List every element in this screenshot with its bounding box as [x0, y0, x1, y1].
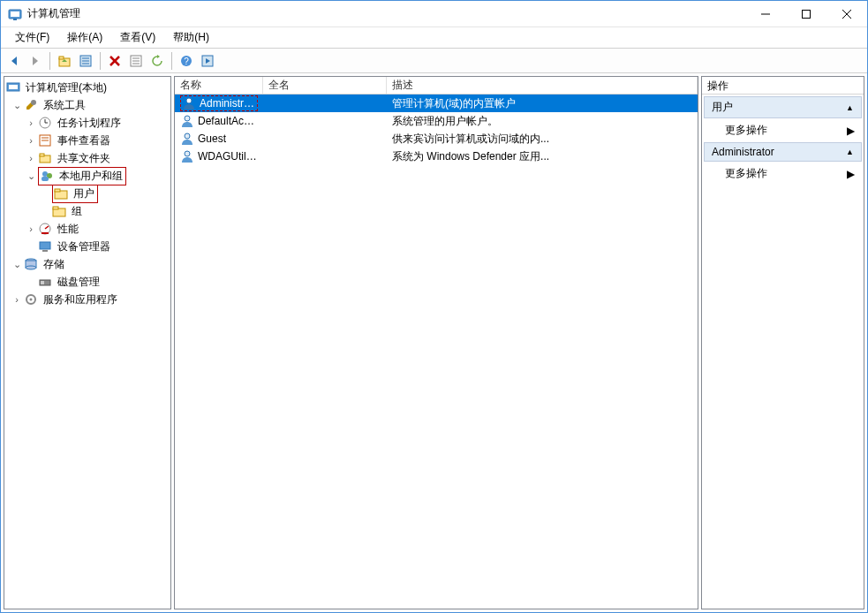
- list-rows[interactable]: Administrat... 管理计算机(域)的内置帐户 DefaultAcc.…: [175, 95, 698, 609]
- svg-rect-48: [40, 242, 50, 249]
- svg-rect-37: [40, 154, 44, 156]
- event-icon: [38, 133, 52, 148]
- disk-icon: [38, 275, 52, 289]
- user-row-administrator[interactable]: Administrat... 管理计算机(域)的内置帐户: [175, 95, 698, 112]
- list-header: 名称 全名 描述: [175, 77, 698, 95]
- tree-services-apps[interactable]: ›服务和应用程序: [6, 291, 169, 308]
- user-row-defaultaccount[interactable]: DefaultAcc... 系统管理的用户帐户。: [175, 112, 698, 130]
- svg-point-60: [185, 151, 190, 156]
- window-controls: [745, 1, 867, 26]
- properties-button[interactable]: [76, 51, 95, 71]
- tree-performance[interactable]: ›性能: [6, 220, 169, 238]
- tree-groups[interactable]: 组: [6, 202, 169, 220]
- separator: [171, 52, 172, 70]
- column-fullname[interactable]: 全名: [263, 77, 387, 94]
- actions-body: 用户 ▲ 更多操作 ▶ Administrator ▲ 更多操作 ▶: [702, 95, 864, 609]
- tree-task-scheduler[interactable]: ›任务计划程序: [6, 114, 169, 132]
- tree-label: 共享文件夹: [56, 150, 112, 167]
- action-more-users[interactable]: 更多操作 ▶: [704, 120, 862, 140]
- back-button[interactable]: [4, 51, 24, 71]
- expand-icon[interactable]: ›: [24, 151, 38, 165]
- svg-point-57: [186, 98, 192, 103]
- minimize-button[interactable]: [745, 1, 786, 26]
- menu-view[interactable]: 查看(V): [111, 27, 164, 48]
- computer-management-window: 计算机管理 文件(F) 操作(A) 查看(V) 帮助(H) ?: [0, 0, 868, 613]
- options-button[interactable]: [126, 51, 146, 71]
- action-link-label: 更多操作: [725, 123, 767, 138]
- tree-label: 系统工具: [42, 97, 87, 114]
- user-description: 系统为 Windows Defender 应用...: [392, 149, 549, 164]
- user-name: Guest: [198, 132, 226, 145]
- collapse-icon: ▲: [846, 148, 854, 156]
- user-icon: [180, 132, 194, 146]
- tree-label: 设备管理器: [56, 238, 112, 255]
- svg-rect-44: [53, 207, 58, 209]
- expand-icon[interactable]: ›: [10, 292, 24, 306]
- tree-event-viewer[interactable]: ›事件查看器: [6, 132, 169, 149]
- menu-help[interactable]: 帮助(H): [164, 27, 218, 48]
- forward-button[interactable]: [26, 51, 45, 71]
- svg-marker-22: [157, 55, 160, 58]
- shared-folder-icon: [38, 151, 52, 165]
- tree-users[interactable]: 用户: [6, 185, 169, 202]
- toolbar: ?: [1, 49, 867, 73]
- expand-icon[interactable]: ⌄: [24, 169, 38, 183]
- svg-rect-54: [41, 281, 44, 284]
- computer-management-icon: [6, 80, 20, 95]
- tree-shared-folders[interactable]: ›共享文件夹: [6, 149, 169, 167]
- list-panel: 名称 全名 描述 Administrat... 管理计算机(域)的内置帐户: [174, 76, 698, 609]
- action-link-label: 更多操作: [725, 166, 767, 181]
- tree-local-users-groups[interactable]: ⌄ 本地用户和组: [6, 167, 169, 185]
- expand-icon[interactable]: ›: [24, 222, 38, 236]
- refresh-button[interactable]: [147, 51, 167, 71]
- svg-rect-49: [42, 250, 48, 252]
- menu-file[interactable]: 文件(F): [6, 27, 58, 48]
- device-manager-icon: [38, 239, 52, 254]
- up-button[interactable]: [55, 51, 74, 71]
- tree-root[interactable]: 计算机管理(本地): [6, 79, 169, 96]
- maximize-button[interactable]: [786, 1, 826, 26]
- expand-icon[interactable]: ⌄: [10, 98, 24, 112]
- separator: [100, 52, 101, 70]
- svg-point-58: [185, 116, 190, 121]
- window-title: 计算机管理: [27, 6, 745, 21]
- action-section-label: 用户: [712, 100, 733, 115]
- svg-point-29: [31, 100, 36, 105]
- tree-storage[interactable]: ⌄存储: [6, 255, 169, 273]
- tree-label: 组: [70, 203, 84, 220]
- action-section-users[interactable]: 用户 ▲: [704, 96, 862, 118]
- user-description: 系统管理的用户帐户。: [392, 114, 498, 129]
- tree-system-tools[interactable]: ⌄系统工具: [6, 96, 169, 114]
- tree-label: 任务计划程序: [56, 115, 123, 132]
- tree-label: 事件查看器: [56, 132, 112, 149]
- expand-icon[interactable]: ⌄: [10, 257, 24, 271]
- menu-action[interactable]: 操作(A): [58, 27, 111, 48]
- close-button[interactable]: [826, 1, 867, 26]
- extra-button[interactable]: [198, 51, 217, 71]
- actions-header: 操作: [702, 77, 864, 95]
- expand-icon[interactable]: ›: [24, 133, 38, 148]
- expand-icon[interactable]: ›: [24, 116, 38, 130]
- svg-point-52: [26, 266, 36, 269]
- tree-disk-management[interactable]: 磁盘管理: [6, 273, 169, 291]
- svg-text:?: ?: [184, 57, 189, 66]
- clock-icon: [38, 116, 52, 130]
- titlebar: 计算机管理: [1, 1, 867, 27]
- column-description[interactable]: 描述: [387, 77, 698, 94]
- delete-button[interactable]: [105, 51, 125, 71]
- column-name[interactable]: 名称: [175, 77, 263, 94]
- action-section-administrator[interactable]: Administrator ▲: [704, 142, 862, 162]
- user-icon: [180, 149, 194, 163]
- tree-device-manager[interactable]: 设备管理器: [6, 238, 169, 255]
- tree-label: 计算机管理(本地): [24, 79, 109, 96]
- svg-rect-28: [9, 85, 18, 89]
- help-button[interactable]: ?: [177, 51, 196, 71]
- tree-label: 磁盘管理: [56, 274, 102, 291]
- services-icon: [24, 292, 38, 306]
- action-more-administrator[interactable]: 更多操作 ▶: [704, 163, 862, 184]
- tree-panel[interactable]: 计算机管理(本地) ⌄系统工具 ›任务计划程序 ›事件查看器 ›共享文件夹 ⌄ …: [4, 76, 171, 609]
- user-row-guest[interactable]: Guest 供来宾访问计算机或访问域的内...: [175, 130, 698, 148]
- user-icon: [182, 96, 196, 110]
- svg-point-56: [30, 299, 33, 301]
- user-row-wdagutility[interactable]: WDAGUtilit... 系统为 Windows Defender 应用...: [175, 148, 698, 165]
